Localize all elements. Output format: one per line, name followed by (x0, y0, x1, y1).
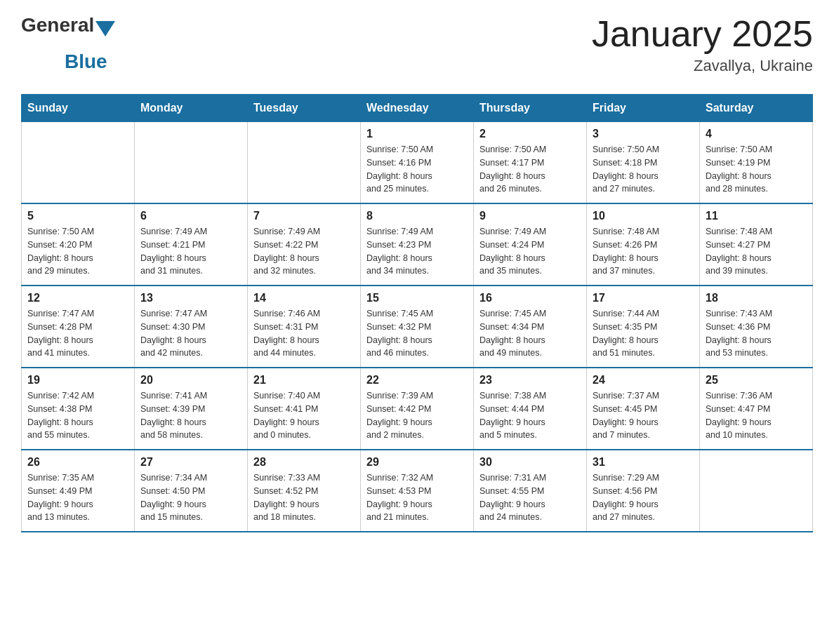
day-info: Sunrise: 7:50 AM Sunset: 4:18 PM Dayligh… (593, 143, 694, 196)
day-number: 3 (593, 128, 694, 140)
day-info: Sunrise: 7:47 AM Sunset: 4:30 PM Dayligh… (140, 307, 241, 360)
day-info: Sunrise: 7:39 AM Sunset: 4:42 PM Dayligh… (366, 389, 468, 442)
calendar-cell: 5Sunrise: 7:50 AM Sunset: 4:20 PM Daylig… (22, 203, 135, 286)
calendar-cell: 29Sunrise: 7:32 AM Sunset: 4:53 PM Dayli… (361, 450, 474, 532)
day-info: Sunrise: 7:49 AM Sunset: 4:23 PM Dayligh… (366, 225, 468, 278)
day-info: Sunrise: 7:38 AM Sunset: 4:44 PM Dayligh… (479, 389, 581, 442)
day-info: Sunrise: 7:37 AM Sunset: 4:45 PM Dayligh… (593, 389, 694, 442)
day-info: Sunrise: 7:43 AM Sunset: 4:36 PM Dayligh… (706, 307, 807, 360)
calendar-cell: 13Sunrise: 7:47 AM Sunset: 4:30 PM Dayli… (135, 286, 248, 368)
day-info: Sunrise: 7:48 AM Sunset: 4:26 PM Dayligh… (593, 225, 694, 278)
calendar-cell: 20Sunrise: 7:41 AM Sunset: 4:39 PM Dayli… (135, 368, 248, 450)
day-number: 4 (706, 128, 807, 140)
day-number: 14 (253, 292, 355, 304)
day-info: Sunrise: 7:40 AM Sunset: 4:41 PM Dayligh… (253, 389, 355, 442)
day-info: Sunrise: 7:48 AM Sunset: 4:27 PM Dayligh… (706, 225, 807, 278)
day-header-thursday: Thursday (474, 95, 587, 122)
calendar-week-row: 1Sunrise: 7:50 AM Sunset: 4:16 PM Daylig… (22, 122, 813, 204)
calendar-cell: 31Sunrise: 7:29 AM Sunset: 4:56 PM Dayli… (587, 450, 700, 532)
calendar-table: SundayMondayTuesdayWednesdayThursdayFrid… (21, 94, 813, 532)
calendar-cell: 1Sunrise: 7:50 AM Sunset: 4:16 PM Daylig… (361, 122, 474, 204)
day-number: 28 (253, 456, 355, 469)
day-number: 11 (706, 210, 807, 222)
calendar-cell: 7Sunrise: 7:49 AM Sunset: 4:22 PM Daylig… (248, 203, 361, 286)
calendar-cell: 23Sunrise: 7:38 AM Sunset: 4:44 PM Dayli… (474, 368, 587, 450)
calendar-cell: 6Sunrise: 7:49 AM Sunset: 4:21 PM Daylig… (135, 203, 248, 286)
day-info: Sunrise: 7:49 AM Sunset: 4:24 PM Dayligh… (479, 225, 581, 278)
day-number: 16 (479, 292, 581, 304)
day-number: 22 (366, 374, 468, 387)
day-header-monday: Monday (135, 95, 248, 122)
calendar-cell: 8Sunrise: 7:49 AM Sunset: 4:23 PM Daylig… (361, 203, 474, 286)
day-number: 17 (593, 292, 694, 304)
calendar-cell: 17Sunrise: 7:44 AM Sunset: 4:35 PM Dayli… (587, 286, 700, 368)
calendar-cell: 30Sunrise: 7:31 AM Sunset: 4:55 PM Dayli… (474, 450, 587, 532)
day-info: Sunrise: 7:50 AM Sunset: 4:20 PM Dayligh… (27, 225, 128, 278)
day-number: 10 (593, 210, 694, 222)
day-info: Sunrise: 7:49 AM Sunset: 4:21 PM Dayligh… (140, 225, 241, 278)
calendar-subtitle: Zavallya, Ukraine (592, 57, 813, 75)
calendar-week-row: 26Sunrise: 7:35 AM Sunset: 4:49 PM Dayli… (22, 450, 813, 532)
calendar-cell (248, 122, 361, 204)
day-info: Sunrise: 7:50 AM Sunset: 4:16 PM Dayligh… (366, 143, 468, 196)
day-header-sunday: Sunday (22, 95, 135, 122)
calendar-week-row: 19Sunrise: 7:42 AM Sunset: 4:38 PM Dayli… (22, 368, 813, 450)
calendar-cell: 25Sunrise: 7:36 AM Sunset: 4:47 PM Dayli… (700, 368, 813, 450)
day-info: Sunrise: 7:34 AM Sunset: 4:50 PM Dayligh… (140, 471, 241, 524)
calendar-cell: 22Sunrise: 7:39 AM Sunset: 4:42 PM Dayli… (361, 368, 474, 450)
logo: General (21, 14, 115, 36)
day-number: 19 (27, 374, 128, 387)
day-number: 15 (366, 292, 468, 304)
day-number: 29 (366, 456, 468, 469)
day-number: 1 (366, 128, 468, 140)
day-info: Sunrise: 7:47 AM Sunset: 4:28 PM Dayligh… (27, 307, 128, 360)
day-number: 6 (140, 210, 241, 222)
logo-general-text: General (21, 14, 94, 36)
day-info: Sunrise: 7:50 AM Sunset: 4:19 PM Dayligh… (706, 143, 807, 196)
calendar-cell: 2Sunrise: 7:50 AM Sunset: 4:17 PM Daylig… (474, 122, 587, 204)
day-number: 5 (27, 210, 128, 222)
day-number: 26 (27, 456, 128, 469)
day-number: 2 (479, 128, 581, 140)
calendar-header: SundayMondayTuesdayWednesdayThursdayFrid… (22, 95, 813, 122)
day-number: 12 (27, 292, 128, 304)
calendar-cell (22, 122, 135, 204)
day-number: 30 (479, 456, 581, 469)
day-number: 23 (479, 374, 581, 387)
calendar-cell: 9Sunrise: 7:49 AM Sunset: 4:24 PM Daylig… (474, 203, 587, 286)
calendar-cell: 28Sunrise: 7:33 AM Sunset: 4:52 PM Dayli… (248, 450, 361, 532)
calendar-cell: 4Sunrise: 7:50 AM Sunset: 4:19 PM Daylig… (700, 122, 813, 204)
day-number: 24 (593, 374, 694, 387)
day-info: Sunrise: 7:36 AM Sunset: 4:47 PM Dayligh… (706, 389, 807, 442)
calendar-cell: 18Sunrise: 7:43 AM Sunset: 4:36 PM Dayli… (700, 286, 813, 368)
calendar-body: 1Sunrise: 7:50 AM Sunset: 4:16 PM Daylig… (22, 122, 813, 532)
calendar-cell: 27Sunrise: 7:34 AM Sunset: 4:50 PM Dayli… (135, 450, 248, 532)
day-number: 9 (479, 210, 581, 222)
day-number: 8 (366, 210, 468, 222)
day-header-saturday: Saturday (700, 95, 813, 122)
day-header-tuesday: Tuesday (248, 95, 361, 122)
calendar-cell: 19Sunrise: 7:42 AM Sunset: 4:38 PM Dayli… (22, 368, 135, 450)
day-info: Sunrise: 7:45 AM Sunset: 4:34 PM Dayligh… (479, 307, 581, 360)
calendar-cell: 3Sunrise: 7:50 AM Sunset: 4:18 PM Daylig… (587, 122, 700, 204)
calendar-cell: 15Sunrise: 7:45 AM Sunset: 4:32 PM Dayli… (361, 286, 474, 368)
day-info: Sunrise: 7:31 AM Sunset: 4:55 PM Dayligh… (479, 471, 581, 524)
calendar-cell (700, 450, 813, 532)
calendar-week-row: 12Sunrise: 7:47 AM Sunset: 4:28 PM Dayli… (22, 286, 813, 368)
calendar-cell: 26Sunrise: 7:35 AM Sunset: 4:49 PM Dayli… (22, 450, 135, 532)
day-number: 18 (706, 292, 807, 304)
day-info: Sunrise: 7:32 AM Sunset: 4:53 PM Dayligh… (366, 471, 468, 524)
calendar-cell (135, 122, 248, 204)
calendar-cell: 10Sunrise: 7:48 AM Sunset: 4:26 PM Dayli… (587, 203, 700, 286)
day-info: Sunrise: 7:44 AM Sunset: 4:35 PM Dayligh… (593, 307, 694, 360)
day-number: 31 (593, 456, 694, 469)
days-header-row: SundayMondayTuesdayWednesdayThursdayFrid… (22, 95, 813, 122)
day-info: Sunrise: 7:35 AM Sunset: 4:49 PM Dayligh… (27, 471, 128, 524)
calendar-cell: 21Sunrise: 7:40 AM Sunset: 4:41 PM Dayli… (248, 368, 361, 450)
day-info: Sunrise: 7:50 AM Sunset: 4:17 PM Dayligh… (479, 143, 581, 196)
calendar-cell: 12Sunrise: 7:47 AM Sunset: 4:28 PM Dayli… (22, 286, 135, 368)
day-number: 21 (253, 374, 355, 387)
day-info: Sunrise: 7:46 AM Sunset: 4:31 PM Dayligh… (253, 307, 355, 360)
day-info: Sunrise: 7:29 AM Sunset: 4:56 PM Dayligh… (593, 471, 694, 524)
day-header-friday: Friday (587, 95, 700, 122)
